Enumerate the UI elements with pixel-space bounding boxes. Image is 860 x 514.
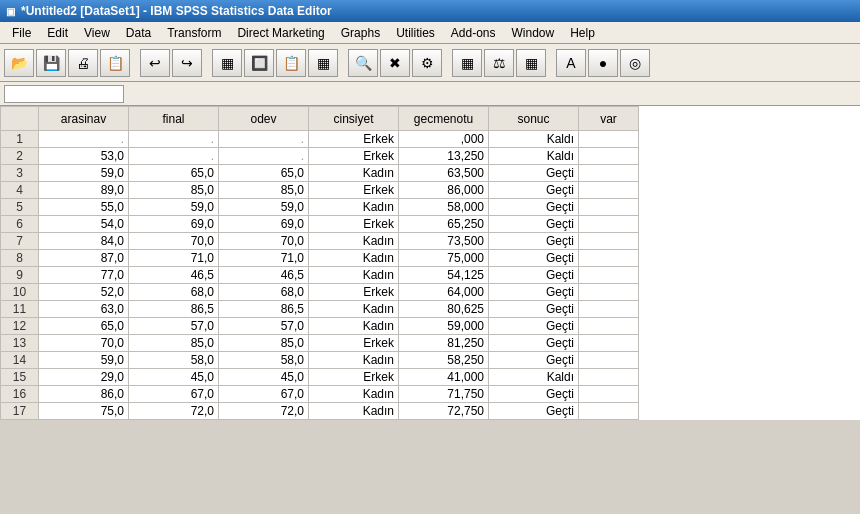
cell-sonuc-row13[interactable]: Geçti <box>489 335 579 352</box>
cell-final-row3[interactable]: 65,0 <box>129 165 219 182</box>
cell-final-row2[interactable]: . <box>129 148 219 165</box>
cell-var-row4[interactable] <box>579 182 639 199</box>
cell-final-row9[interactable]: 46,5 <box>129 267 219 284</box>
cell-sonuc-row11[interactable]: Geçti <box>489 301 579 318</box>
cell-final-row11[interactable]: 86,5 <box>129 301 219 318</box>
cell-gecmenotu-row14[interactable]: 58,250 <box>399 352 489 369</box>
toolbar-btn-13[interactable]: ▦ <box>452 49 482 77</box>
cell-sonuc-row4[interactable]: Geçti <box>489 182 579 199</box>
cell-gecmenotu-row3[interactable]: 63,500 <box>399 165 489 182</box>
toolbar-btn-0[interactable]: 📂 <box>4 49 34 77</box>
cell-var-row16[interactable] <box>579 386 639 403</box>
cell-gecmenotu-row1[interactable]: ,000 <box>399 131 489 148</box>
cell-gecmenotu-row11[interactable]: 80,625 <box>399 301 489 318</box>
cell-cinsiyet-row5[interactable]: Kadın <box>309 199 399 216</box>
cell-cinsiyet-row12[interactable]: Kadın <box>309 318 399 335</box>
cell-cinsiyet-row1[interactable]: Erkek <box>309 131 399 148</box>
cell-arasinav-row10[interactable]: 52,0 <box>39 284 129 301</box>
cell-final-row8[interactable]: 71,0 <box>129 250 219 267</box>
cell-var-row11[interactable] <box>579 301 639 318</box>
cell-var-row12[interactable] <box>579 318 639 335</box>
cell-odev-row9[interactable]: 46,5 <box>219 267 309 284</box>
menu-item-graphs[interactable]: Graphs <box>333 24 388 42</box>
cell-odev-row13[interactable]: 85,0 <box>219 335 309 352</box>
cell-sonuc-row15[interactable]: Kaldı <box>489 369 579 386</box>
toolbar-btn-18[interactable]: ◎ <box>620 49 650 77</box>
cell-odev-row3[interactable]: 65,0 <box>219 165 309 182</box>
cell-final-row1[interactable]: . <box>129 131 219 148</box>
cell-arasinav-row3[interactable]: 59,0 <box>39 165 129 182</box>
cell-arasinav-row16[interactable]: 86,0 <box>39 386 129 403</box>
cell-odev-row12[interactable]: 57,0 <box>219 318 309 335</box>
cell-cinsiyet-row3[interactable]: Kadın <box>309 165 399 182</box>
cell-final-row6[interactable]: 69,0 <box>129 216 219 233</box>
toolbar-btn-1[interactable]: 💾 <box>36 49 66 77</box>
cell-gecmenotu-row16[interactable]: 71,750 <box>399 386 489 403</box>
cell-sonuc-row14[interactable]: Geçti <box>489 352 579 369</box>
cell-arasinav-row4[interactable]: 89,0 <box>39 182 129 199</box>
cell-final-row5[interactable]: 59,0 <box>129 199 219 216</box>
cell-gecmenotu-row8[interactable]: 75,000 <box>399 250 489 267</box>
cell-sonuc-row3[interactable]: Geçti <box>489 165 579 182</box>
cell-cinsiyet-row4[interactable]: Erkek <box>309 182 399 199</box>
cell-arasinav-row2[interactable]: 53,0 <box>39 148 129 165</box>
cell-odev-row2[interactable]: . <box>219 148 309 165</box>
cell-odev-row14[interactable]: 58,0 <box>219 352 309 369</box>
cell-cinsiyet-row8[interactable]: Kadın <box>309 250 399 267</box>
menu-item-direct-marketing[interactable]: Direct Marketing <box>229 24 332 42</box>
cell-odev-row8[interactable]: 71,0 <box>219 250 309 267</box>
menu-item-edit[interactable]: Edit <box>39 24 76 42</box>
toolbar-btn-10[interactable]: 🔍 <box>348 49 378 77</box>
cell-gecmenotu-row13[interactable]: 81,250 <box>399 335 489 352</box>
cell-sonuc-row8[interactable]: Geçti <box>489 250 579 267</box>
cell-var-row15[interactable] <box>579 369 639 386</box>
cell-cinsiyet-row10[interactable]: Erkek <box>309 284 399 301</box>
toolbar-btn-3[interactable]: 📋 <box>100 49 130 77</box>
cell-gecmenotu-row5[interactable]: 58,000 <box>399 199 489 216</box>
cell-cinsiyet-row7[interactable]: Kadın <box>309 233 399 250</box>
cell-final-row12[interactable]: 57,0 <box>129 318 219 335</box>
cell-reference-input[interactable] <box>4 85 124 103</box>
cell-sonuc-row7[interactable]: Geçti <box>489 233 579 250</box>
cell-cinsiyet-row14[interactable]: Kadın <box>309 352 399 369</box>
menu-item-add-ons[interactable]: Add-ons <box>443 24 504 42</box>
cell-var-row1[interactable] <box>579 131 639 148</box>
cell-var-row5[interactable] <box>579 199 639 216</box>
cell-gecmenotu-row12[interactable]: 59,000 <box>399 318 489 335</box>
cell-final-row17[interactable]: 72,0 <box>129 403 219 420</box>
cell-cinsiyet-row11[interactable]: Kadın <box>309 301 399 318</box>
cell-arasinav-row15[interactable]: 29,0 <box>39 369 129 386</box>
cell-cinsiyet-row15[interactable]: Erkek <box>309 369 399 386</box>
cell-var-row8[interactable] <box>579 250 639 267</box>
cell-sonuc-row2[interactable]: Kaldı <box>489 148 579 165</box>
cell-cinsiyet-row2[interactable]: Erkek <box>309 148 399 165</box>
cell-gecmenotu-row17[interactable]: 72,750 <box>399 403 489 420</box>
cell-final-row16[interactable]: 67,0 <box>129 386 219 403</box>
cell-arasinav-row9[interactable]: 77,0 <box>39 267 129 284</box>
cell-odev-row15[interactable]: 45,0 <box>219 369 309 386</box>
cell-sonuc-row1[interactable]: Kaldı <box>489 131 579 148</box>
cell-arasinav-row7[interactable]: 84,0 <box>39 233 129 250</box>
cell-sonuc-row5[interactable]: Geçti <box>489 199 579 216</box>
toolbar-btn-16[interactable]: A <box>556 49 586 77</box>
menu-item-help[interactable]: Help <box>562 24 603 42</box>
menu-item-file[interactable]: File <box>4 24 39 42</box>
cell-var-row7[interactable] <box>579 233 639 250</box>
menu-item-data[interactable]: Data <box>118 24 159 42</box>
toolbar-btn-9[interactable]: ▦ <box>308 49 338 77</box>
cell-arasinav-row14[interactable]: 59,0 <box>39 352 129 369</box>
menu-item-utilities[interactable]: Utilities <box>388 24 443 42</box>
toolbar-btn-11[interactable]: ✖ <box>380 49 410 77</box>
cell-cinsiyet-row13[interactable]: Erkek <box>309 335 399 352</box>
toolbar-btn-17[interactable]: ● <box>588 49 618 77</box>
cell-gecmenotu-row2[interactable]: 13,250 <box>399 148 489 165</box>
cell-var-row2[interactable] <box>579 148 639 165</box>
cell-sonuc-row16[interactable]: Geçti <box>489 386 579 403</box>
cell-odev-row11[interactable]: 86,5 <box>219 301 309 318</box>
cell-odev-row1[interactable]: . <box>219 131 309 148</box>
cell-var-row10[interactable] <box>579 284 639 301</box>
cell-arasinav-row6[interactable]: 54,0 <box>39 216 129 233</box>
cell-arasinav-row11[interactable]: 63,0 <box>39 301 129 318</box>
cell-gecmenotu-row4[interactable]: 86,000 <box>399 182 489 199</box>
cell-final-row13[interactable]: 85,0 <box>129 335 219 352</box>
